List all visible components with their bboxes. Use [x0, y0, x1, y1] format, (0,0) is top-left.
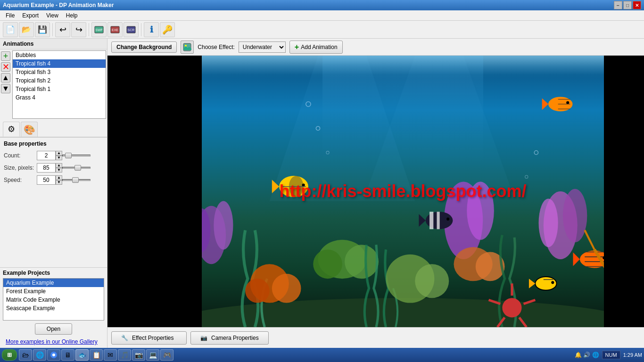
svg-rect-43	[429, 212, 433, 229]
effect-select[interactable]: Underwater Forest Matrix Seascape None	[239, 41, 286, 53]
svg-text:SCR: SCR	[128, 28, 135, 32]
light-rays	[322, 56, 483, 164]
speed-up[interactable]: ▲	[56, 175, 62, 180]
speed-input[interactable]	[37, 175, 56, 185]
taskbar-chrome[interactable]	[47, 349, 60, 361]
count-slider[interactable]	[62, 155, 91, 156]
animation-side-controls: + ✕ ▲ ▼	[0, 49, 11, 120]
count-down[interactable]: ▼	[56, 156, 62, 160]
list-item[interactable]: Tropical fish 4	[13, 59, 106, 68]
menu-export[interactable]: Export	[18, 11, 42, 20]
taskbar-app4[interactable]: ✉	[104, 349, 117, 361]
list-item[interactable]: Tropical fish 2	[13, 76, 106, 85]
background-image-button[interactable]	[181, 41, 194, 54]
taskbar-app2[interactable]: 🐟	[75, 349, 89, 361]
size-down[interactable]: ▼	[56, 168, 62, 173]
taskbar-app7[interactable]: 💻	[146, 349, 159, 361]
effect-properties-button[interactable]: 🔧 Effect Properties	[111, 331, 187, 345]
open-button[interactable]: 📂	[19, 22, 34, 37]
save-button[interactable]: 💾	[35, 22, 50, 37]
size-input[interactable]	[37, 163, 56, 173]
list-item[interactable]: Aquarium Example	[3, 279, 104, 287]
animations-title: Animations	[3, 41, 104, 47]
size-slider[interactable]	[62, 167, 91, 169]
example-projects-section: Example Projects Aquarium Example Forest…	[0, 267, 107, 348]
start-button[interactable]: ⊞	[2, 349, 17, 361]
base-properties-panel: Base properties Count: ▲ ▼ Size, pixels:…	[0, 137, 107, 267]
redo-button[interactable]: ↪	[71, 22, 86, 37]
taskbar-right: 🔔 🔊 🌐 NUM 1:29 AM	[575, 351, 642, 359]
main-layout: Animations + ✕ ▲ ▼ Bubbles Tropical fish…	[0, 39, 644, 348]
menubar: File Export View Help	[0, 10, 644, 21]
taskbar-explorer[interactable]: 🗁	[19, 349, 32, 361]
gallery-link[interactable]: More examples in our Online Gallery	[3, 337, 104, 346]
list-item[interactable]: Tropical fish 3	[13, 68, 106, 76]
taskbar-app8[interactable]: 🎮	[160, 349, 173, 361]
list-item[interactable]: Matrix Code Example	[3, 296, 104, 304]
move-up-button[interactable]: ▲	[1, 73, 10, 82]
export2-button[interactable]: EXE	[107, 22, 123, 37]
menu-file[interactable]: File	[2, 11, 18, 20]
count-up[interactable]: ▲	[56, 151, 62, 156]
svg-point-23	[313, 249, 342, 279]
svg-point-14	[214, 201, 233, 250]
window-title: Aquarium Example - DP Animation Maker	[3, 2, 614, 8]
num-indicator: NUM	[602, 351, 620, 359]
maximize-button[interactable]: □	[623, 1, 632, 9]
list-item[interactable]: Bubbles	[13, 51, 106, 59]
taskbar-app6[interactable]: 📷	[132, 349, 145, 361]
taskbar-app5[interactable]: 🎵	[118, 349, 131, 361]
svg-text:SWF: SWF	[95, 28, 103, 32]
speed-row: Speed: ▲ ▼	[4, 175, 103, 185]
svg-point-28	[245, 279, 269, 303]
export3-button[interactable]: SCR	[124, 22, 139, 37]
properties-tabs: ⚙ 🎨	[0, 120, 107, 137]
speed-label: Speed:	[4, 177, 37, 183]
add-animation-button[interactable]: +	[1, 51, 10, 61]
example-list[interactable]: Aquarium Example Forest Example Matrix C…	[3, 278, 104, 321]
camera-properties-button[interactable]: 📷 Camera Properties	[190, 331, 269, 345]
tab-gear[interactable]: ⚙	[3, 122, 20, 137]
taskbar-app1[interactable]: 🖥	[61, 349, 74, 361]
add-animation-button[interactable]: + Add Animation	[289, 41, 343, 54]
menu-help[interactable]: Help	[62, 11, 82, 20]
taskbar-app3[interactable]: 📋	[90, 349, 103, 361]
change-background-button[interactable]: Change Background	[111, 41, 177, 53]
undo-button[interactable]: ↩	[55, 22, 70, 37]
taskbar-ie[interactable]: 🌐	[33, 349, 46, 361]
count-slider-handle[interactable]	[65, 153, 72, 158]
toolbar: 📄 📂 💾 ↩ ↪ SWF EXE SCR ℹ 🔑	[0, 21, 644, 39]
svg-point-22	[345, 245, 379, 279]
move-down-button[interactable]: ▼	[1, 84, 10, 93]
export1-button[interactable]: SWF	[91, 22, 107, 37]
count-input[interactable]	[37, 151, 56, 160]
tab-palette[interactable]: 🎨	[21, 122, 38, 137]
count-spinner: ▲ ▼	[56, 151, 62, 160]
speed-slider-handle[interactable]	[72, 177, 79, 183]
minimize-button[interactable]: −	[614, 1, 622, 9]
list-item[interactable]: Grass 4	[13, 93, 106, 102]
new-button[interactable]: 📄	[3, 22, 18, 37]
remove-animation-button[interactable]: ✕	[1, 62, 10, 72]
svg-rect-44	[437, 212, 440, 229]
info-button[interactable]: ℹ	[144, 22, 159, 37]
svg-text:EXE: EXE	[112, 28, 118, 32]
size-up[interactable]: ▲	[56, 163, 62, 168]
watermark: http://kris-smile.blogspot.com/	[279, 181, 526, 201]
animation-list[interactable]: Bubbles Tropical fish 4 Tropical fish 3 …	[12, 50, 106, 119]
size-slider-handle[interactable]	[74, 165, 81, 171]
list-item[interactable]: Seascape Example	[3, 304, 104, 313]
speed-slider[interactable]	[62, 179, 91, 181]
close-button[interactable]: ✕	[633, 1, 641, 9]
add-icon: +	[295, 43, 299, 51]
count-row: Count: ▲ ▼	[4, 151, 103, 160]
svg-point-27	[272, 274, 301, 303]
menu-view[interactable]: View	[42, 11, 62, 20]
open-button[interactable]: Open	[35, 323, 72, 335]
svg-point-18	[539, 198, 558, 247]
list-item[interactable]: Forest Example	[3, 287, 104, 296]
list-item[interactable]: Tropical fish 1	[13, 85, 106, 93]
example-projects-title: Example Projects	[3, 270, 104, 276]
key-button[interactable]: 🔑	[160, 22, 175, 37]
speed-down[interactable]: ▼	[56, 180, 62, 185]
